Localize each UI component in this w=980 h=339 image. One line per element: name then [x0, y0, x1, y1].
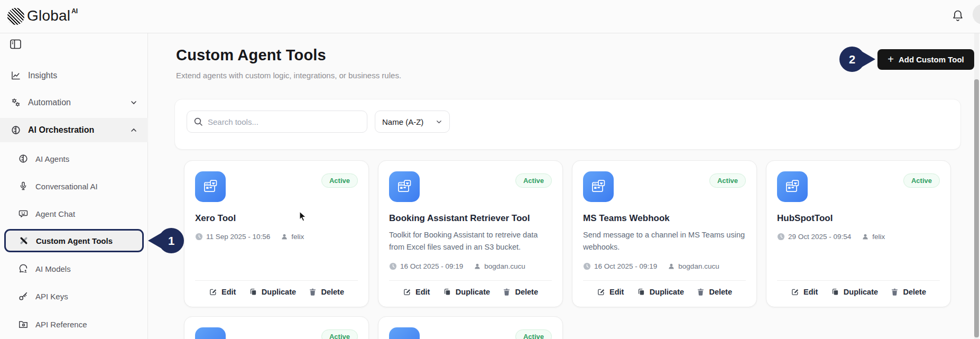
add-custom-tool-button[interactable]: + Add Custom Tool	[877, 49, 974, 70]
status-badge: Active	[515, 173, 552, 188]
tool-cards-row: Active Xero Tool 11 Sep 2025 - 10:56 fel…	[184, 160, 951, 307]
plus-icon: +	[887, 54, 894, 65]
user-icon	[281, 233, 288, 241]
duplicate-button[interactable]: Duplicate	[831, 288, 878, 296]
tool-title: MS Teams Webhook	[583, 213, 746, 224]
edit-button[interactable]: Edit	[597, 288, 624, 296]
edit-label: Edit	[803, 288, 818, 296]
brain-icon	[18, 153, 29, 164]
topbar: Global AI	[0, 0, 980, 33]
tool-card: Active Booking Assistant Retriever Tool …	[378, 160, 563, 307]
tool-date: 16 Oct 2025 - 09:19	[594, 262, 657, 270]
tool-date: 16 Oct 2025 - 09:19	[400, 262, 463, 270]
pencil-icon	[597, 288, 605, 296]
trash-icon	[891, 288, 899, 296]
divider	[195, 280, 358, 281]
chevron-down-icon	[130, 99, 137, 106]
duplicate-label: Duplicate	[262, 288, 296, 296]
tool-date: 11 Sep 2025 - 10:56	[206, 233, 270, 241]
page-subtitle: Extend agents with custom logic, integra…	[176, 71, 401, 80]
status-badge: Active	[709, 173, 746, 188]
tool-title: Booking Assistant Retriever Tool	[389, 213, 552, 224]
search-box	[187, 111, 367, 133]
sidebar-item-api-reference[interactable]: API Reference	[0, 313, 148, 336]
edit-button[interactable]: Edit	[209, 288, 236, 296]
sidebar-item-label: AI Models	[35, 264, 71, 273]
annotation-step-1: 1	[147, 228, 185, 253]
tool-card: Active	[378, 316, 563, 339]
pencil-icon	[403, 288, 411, 296]
sidebar-toggle-icon[interactable]	[10, 39, 23, 50]
scrollbar-thumb[interactable]	[974, 79, 979, 337]
tool-app-icon	[195, 327, 226, 339]
delete-button[interactable]: Delete	[891, 288, 926, 296]
tool-app-icon	[777, 171, 808, 202]
sidebar-item-label: Agent Chat	[35, 209, 75, 218]
sidebar-item-custom-agent-tools[interactable]: Custom Agent Tools	[4, 229, 144, 252]
folder-gear-icon	[18, 319, 29, 329]
copy-icon	[637, 288, 645, 296]
delete-label: Delete	[903, 288, 926, 296]
duplicate-label: Duplicate	[456, 288, 490, 296]
chart-line-icon	[11, 70, 21, 81]
globe-logo-icon	[7, 8, 24, 25]
delete-button[interactable]: Delete	[697, 288, 732, 296]
sidebar-item-ai-orchestration[interactable]: AI Orchestration	[0, 118, 148, 142]
tool-description: Send message to a channel in MS Teams us…	[583, 229, 746, 253]
tool-card: Active	[184, 316, 369, 339]
edit-label: Edit	[415, 288, 430, 296]
sidebar-item-agent-chat[interactable]: Agent Chat	[0, 202, 148, 225]
delete-button[interactable]: Delete	[309, 288, 344, 296]
avatar[interactable]	[973, 4, 980, 24]
sidebar-item-label: AI Orchestration	[28, 125, 94, 135]
sidebar-item-conversational-ai[interactable]: Conversational AI	[0, 175, 148, 198]
sidebar-item-label: Insights	[28, 71, 57, 80]
microphone-icon	[18, 181, 29, 191]
copy-icon	[831, 288, 839, 296]
duplicate-button[interactable]: Duplicate	[249, 288, 296, 296]
edit-button[interactable]: Edit	[791, 288, 818, 296]
brand-name: Global	[27, 7, 70, 25]
clock-icon	[777, 233, 785, 241]
search-icon	[193, 117, 203, 126]
sidebar-item-ai-models[interactable]: AI Models	[0, 257, 148, 280]
chevron-up-icon	[130, 126, 137, 134]
tool-cards-row-partial: Active Active	[184, 316, 563, 339]
tool-app-icon	[583, 171, 614, 202]
search-input[interactable]	[208, 117, 360, 126]
duplicate-button[interactable]: Duplicate	[443, 288, 490, 296]
sidebar-item-ai-agents[interactable]: AI Agents	[0, 147, 148, 170]
edit-label: Edit	[221, 288, 236, 296]
divider	[777, 280, 940, 281]
copy-icon	[249, 288, 257, 296]
copy-icon	[443, 288, 451, 296]
sidebar-item-label: Custom Agent Tools	[36, 236, 113, 245]
duplicate-label: Duplicate	[844, 288, 878, 296]
tool-author: bogdan.cucu	[678, 262, 719, 270]
sidebar-item-label: Conversational AI	[35, 182, 98, 191]
sidebar-item-label: API Reference	[35, 320, 87, 329]
duplicate-button[interactable]: Duplicate	[637, 288, 684, 296]
add-custom-tool-label: Add Custom Tool	[899, 55, 964, 64]
sort-value: Name (A-Z)	[382, 117, 423, 126]
bell-icon[interactable]	[950, 8, 965, 24]
edit-button[interactable]: Edit	[403, 288, 430, 296]
delete-label: Delete	[321, 288, 344, 296]
status-badge: Active	[321, 173, 358, 188]
sidebar-item-insights[interactable]: Insights	[0, 64, 148, 87]
chat-plus-icon	[18, 263, 29, 274]
divider	[583, 280, 746, 281]
brain-icon	[11, 125, 21, 135]
sidebar-item-automation[interactable]: Automation	[0, 91, 148, 114]
status-badge: Active	[515, 329, 552, 339]
page-title: Custom Agent Tools	[176, 47, 326, 64]
status-badge: Active	[321, 329, 358, 339]
sort-dropdown[interactable]: Name (A-Z)	[375, 111, 450, 133]
sidebar: Insights Automation AI Orchestration AI …	[0, 33, 148, 339]
sidebar-item-api-keys[interactable]: API Keys	[0, 285, 148, 308]
tool-author: felix	[291, 233, 304, 241]
delete-button[interactable]: Delete	[503, 288, 538, 296]
annotation-step-2: 2	[838, 47, 876, 72]
gears-icon	[11, 97, 21, 108]
tool-date: 29 Oct 2025 - 09:54	[788, 233, 851, 241]
